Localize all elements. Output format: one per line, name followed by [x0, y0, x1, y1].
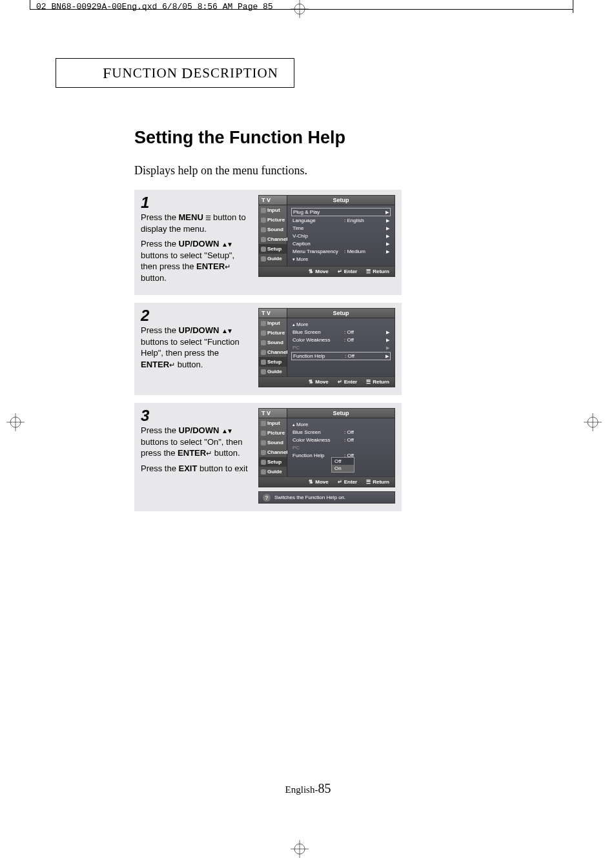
section-header-text: F — [103, 65, 112, 82]
channel-icon — [261, 237, 266, 242]
chevron-right-icon: ▶ — [383, 338, 389, 343]
crop-mark — [573, 0, 573, 13]
osd-return-hint: Return — [366, 379, 389, 385]
osd-row: Color Weakness: Off — [291, 436, 391, 444]
osd-sidebar: InputPictureSoundChannelSetupGuide — [259, 418, 287, 476]
picture-icon — [261, 431, 266, 436]
up-down-icon: ▲▼ — [221, 241, 232, 248]
osd-move-hint: Move — [309, 479, 328, 485]
step-paragraph: Press the UP/DOWN ▲▼ buttons to select "… — [141, 425, 252, 459]
chevron-right-icon: ▶ — [383, 218, 389, 223]
osd-bottom-bar: MoveEnterReturn — [258, 477, 395, 487]
chevron-right-icon: ▶ — [383, 234, 389, 239]
osd-row: PC — [291, 444, 391, 451]
osd-sidebar-item-guide: Guide — [259, 467, 287, 476]
print-header: 02 BN68-00929A-00Eng.qxd 6/8/05 8:56 AM … — [36, 2, 273, 12]
step-number: 1 — [141, 195, 252, 210]
osd-row: Function Help: Off▶ — [291, 352, 391, 360]
osd-enter-hint: Enter — [338, 269, 357, 274]
osd-sidebar-item-guide: Guide — [259, 254, 287, 263]
page-title: Setting the Function Help — [134, 128, 345, 148]
osd-title: Setup — [287, 409, 395, 418]
step-number: 3 — [141, 408, 252, 424]
osd-move-hint: Move — [309, 379, 328, 385]
osd-screenshot: T VSetupInputPictureSoundChannelSetupGui… — [258, 195, 395, 287]
guide-icon — [261, 469, 266, 475]
step-paragraph: Press the UP/DOWN ▲▼ buttons to select "… — [141, 325, 252, 370]
osd-help-hint: Switches the Function Help on. — [258, 491, 395, 504]
osd-sidebar-item-setup: Setup — [259, 357, 287, 367]
osd-title: Setup — [287, 196, 395, 205]
chevron-right-icon: ▶ — [383, 226, 389, 231]
step-text: 2Press the UP/DOWN ▲▼ buttons to select … — [141, 308, 252, 387]
osd-sidebar-item-picture: Picture — [259, 428, 287, 438]
setup-icon — [261, 460, 266, 465]
step-paragraph: Press the MENU ☰ button to display the m… — [141, 212, 252, 234]
input-icon — [261, 321, 266, 326]
guide-icon — [261, 369, 266, 374]
osd-screenshot: T VSetupInputPictureSoundChannelSetupGui… — [258, 308, 395, 387]
osd-tv-label: T V — [259, 196, 287, 205]
osd-row: Menu Transparency: Medium▶ — [291, 248, 391, 255]
enter-icon: ↵ — [206, 449, 212, 457]
osd-row: PC▶ — [291, 344, 391, 351]
osd-move-hint: Move — [309, 269, 328, 274]
input-icon — [261, 421, 266, 426]
osd-sidebar-item-setup: Setup — [259, 244, 287, 254]
page-number: 85 — [318, 781, 331, 795]
osd-row: Language: English▶ — [291, 217, 391, 224]
chevron-right-icon: ▶ — [382, 354, 389, 359]
osd-sidebar-item-input: Input — [259, 418, 287, 428]
up-down-icon: ▲▼ — [221, 327, 232, 334]
chevron-right-icon: ▶ — [382, 210, 389, 215]
osd-sidebar: InputPictureSoundChannelSetupGuide — [259, 205, 287, 266]
osd-tv-label: T V — [259, 309, 287, 318]
osd-sidebar-item-picture: Picture — [259, 215, 287, 225]
osd-row: Color Weakness: Off▶ — [291, 336, 391, 343]
osd-row: Blue Screen: Off — [291, 429, 391, 436]
osd-bottom-bar: MoveEnterReturn — [258, 267, 395, 277]
guide-icon — [261, 256, 266, 261]
osd-option-popup: OffOn — [331, 457, 354, 473]
step-paragraph: Press the UP/DOWN ▲▼ buttons to select "… — [141, 238, 252, 283]
registration-mark-icon — [291, 840, 309, 858]
page-footer: English-85 — [0, 781, 616, 796]
osd-sidebar-item-sound: Sound — [259, 338, 287, 347]
chevron-right-icon: ▶ — [383, 330, 389, 335]
osd-sidebar-item-setup: Setup — [259, 457, 287, 467]
registration-mark-icon — [584, 413, 602, 431]
step-3: 3Press the UP/DOWN ▲▼ buttons to select … — [134, 403, 402, 511]
osd-list: MoreBlue Screen: OffColor Weakness: OffP… — [287, 418, 395, 476]
osd-sidebar: InputPictureSoundChannelSetupGuide — [259, 318, 287, 376]
chevron-right-icon: ▶ — [383, 241, 389, 247]
setup-icon — [261, 360, 266, 365]
osd-enter-hint: Enter — [338, 479, 357, 485]
input-icon — [261, 208, 266, 213]
crop-mark — [30, 0, 30, 9]
osd-sidebar-item-sound: Sound — [259, 438, 287, 447]
osd-row: More — [291, 256, 391, 263]
osd-title: Setup — [287, 309, 395, 318]
setup-icon — [261, 247, 266, 252]
osd-sidebar-item-input: Input — [259, 318, 287, 328]
osd-option: Off — [332, 458, 354, 465]
step-text: 3Press the UP/DOWN ▲▼ buttons to select … — [141, 408, 252, 504]
osd-row: Caption▶ — [291, 240, 391, 247]
picture-icon — [261, 218, 266, 223]
up-down-icon: ▲▼ — [221, 427, 232, 434]
enter-icon: ↵ — [225, 263, 231, 271]
osd-tv-label: T V — [259, 409, 287, 418]
osd-row: Blue Screen: Off▶ — [291, 329, 391, 336]
step-1: 1Press the MENU ☰ button to display the … — [134, 190, 402, 295]
channel-icon — [261, 350, 266, 355]
step-2: 2Press the UP/DOWN ▲▼ buttons to select … — [134, 303, 402, 395]
osd-return-hint: Return — [366, 269, 389, 274]
osd-sidebar-item-sound: Sound — [259, 225, 287, 234]
osd-sidebar-item-channel: Channel — [259, 234, 287, 244]
osd-sidebar-item-channel: Channel — [259, 347, 287, 357]
osd-row: Plug & Play▶ — [291, 208, 391, 216]
picture-icon — [261, 331, 266, 336]
step-paragraph: Press the EXIT button to exit — [141, 463, 252, 475]
osd-sidebar-item-picture: Picture — [259, 328, 287, 338]
osd-enter-hint: Enter — [338, 379, 357, 385]
